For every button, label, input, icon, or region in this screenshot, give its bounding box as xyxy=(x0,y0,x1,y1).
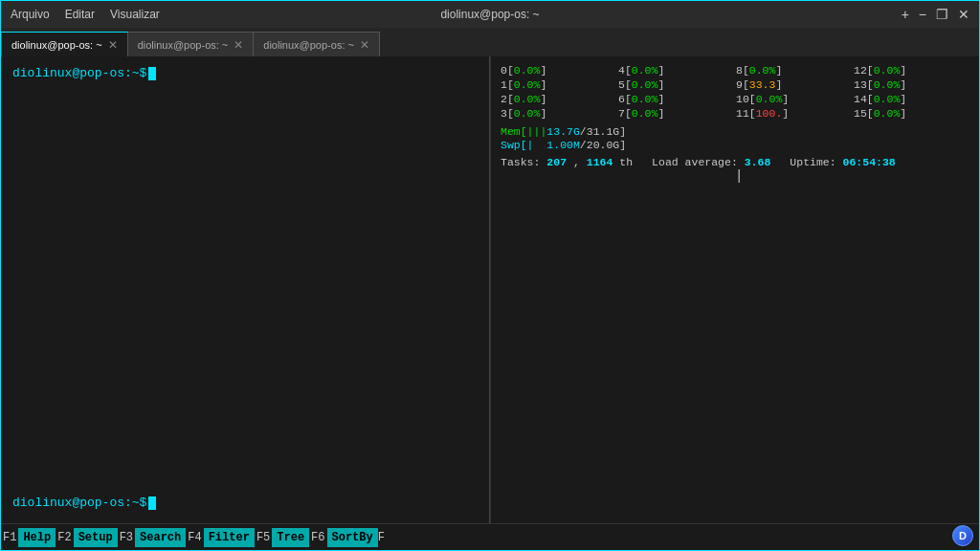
cpu-9: 9[33.3] xyxy=(736,78,852,91)
fkey-f6[interactable]: F6 SortBy xyxy=(309,524,378,550)
fkey-f4-label: Filter xyxy=(204,528,255,547)
tasks-block: Tasks: 207 , 1164 th xyxy=(501,156,633,168)
fkey-f3-num: F3 xyxy=(118,531,135,544)
cpu-8: 8[0.0%] xyxy=(736,64,852,77)
right-spacer: | xyxy=(501,168,969,523)
dock-icon-letter: D xyxy=(959,530,967,541)
tab-2[interactable]: diolinux@pop-os: ~ ✕ xyxy=(128,32,255,56)
new-tab-button[interactable]: + xyxy=(902,7,909,22)
load-label: Load average: xyxy=(652,156,738,168)
cpu-2: 2[0.0%] xyxy=(501,93,616,105)
swp-used: 1.00M xyxy=(546,139,580,151)
tab-1-label: diolinux@pop-os: ~ xyxy=(11,39,102,51)
fkey-f3-label: Search xyxy=(135,528,186,547)
fkey-f1-num: F1 xyxy=(1,531,18,544)
top-prompt-line: diolinux@pop-os:~$ xyxy=(12,66,478,80)
stats-section: Tasks: 207 , 1164 th Load average: 3.68 … xyxy=(501,156,969,168)
cpu-3: 3[0.0%] xyxy=(501,107,616,120)
menu-editar[interactable]: Editar xyxy=(65,8,95,21)
fkey-f1[interactable]: F1 Help xyxy=(1,524,56,550)
fkey-f2-num: F2 xyxy=(56,531,73,544)
mem-used: 13.7G xyxy=(546,125,580,138)
window-controls: + − ❐ ✕ xyxy=(902,7,969,22)
cpu-14: 14[0.0%] xyxy=(854,93,969,105)
mem-swap-section: Mem [||| 13.7G / 31.1G ] Swp [| 1.00M / … xyxy=(501,125,969,152)
uptime-val: 06:54:38 xyxy=(843,156,896,168)
fkey-f5[interactable]: F5 Tree xyxy=(255,524,309,550)
tab-2-close[interactable]: ✕ xyxy=(234,38,243,52)
mem-bar: [||| xyxy=(521,125,547,138)
cpu-4: 4[0.0%] xyxy=(618,64,734,77)
function-key-bar: F1 Help F2 Setup F3 Search F4 Filter F5 … xyxy=(1,523,979,550)
tasks-label: Tasks: xyxy=(501,156,540,168)
fkey-f6-num: F6 xyxy=(309,531,326,544)
left-terminal-pane[interactable]: diolinux@pop-os:~$ diolinux@pop-os:~$ xyxy=(1,56,489,523)
title-bar: Arquivo Editar Visualizar diolinux@pop-o… xyxy=(1,1,979,28)
cpu-5: 5[0.0%] xyxy=(618,78,734,91)
fkey-f-trailing: F xyxy=(378,531,385,544)
mem-total: 31.1G xyxy=(587,125,620,138)
cpu-1: 1[0.0%] xyxy=(501,78,616,91)
right-htop-pane: 0[0.0%] 4[0.0%] 8[0.0%] 12[0.0%] 1[0.0%]… xyxy=(490,56,979,523)
tasks-unit: th xyxy=(619,156,633,168)
swp-label: Swp xyxy=(501,139,521,151)
swp-line: Swp [| 1.00M / 20.0G ] xyxy=(501,139,969,151)
cpu-grid: 0[0.0%] 4[0.0%] 8[0.0%] 12[0.0%] 1[0.0%]… xyxy=(501,64,969,120)
uptime-label: Uptime: xyxy=(790,156,835,168)
cpu-0: 0[0.0%] xyxy=(501,64,616,77)
tab-3-close[interactable]: ✕ xyxy=(360,38,369,52)
mem-line: Mem [||| 13.7G / 31.1G ] xyxy=(501,125,969,138)
terminal-window: Arquivo Editar Visualizar diolinux@pop-o… xyxy=(0,0,980,551)
tab-3[interactable]: diolinux@pop-os: ~ ✕ xyxy=(254,32,380,56)
fkey-f1-label: Help xyxy=(18,528,56,547)
fkey-f5-num: F5 xyxy=(255,531,272,544)
fkey-f2-label: Setup xyxy=(74,528,118,547)
mem-label: Mem xyxy=(501,125,521,138)
tasks-count: 207 xyxy=(546,156,567,168)
fkey-f2[interactable]: F2 Setup xyxy=(56,524,117,550)
swp-total: 20.0G xyxy=(587,139,620,151)
bottom-prompt-line: diolinux@pop-os:~$ xyxy=(12,496,478,514)
bottom-prompt-text: diolinux@pop-os:~$ xyxy=(12,496,146,510)
tab-1-close[interactable]: ✕ xyxy=(108,38,118,52)
cpu-11: 11[100.] xyxy=(736,107,852,120)
fkey-f6-label: SortBy xyxy=(327,528,378,547)
tasks-threads: 1164 xyxy=(587,156,613,168)
cpu-10: 10[0.0%] xyxy=(736,93,852,105)
maximize-button[interactable]: ❐ xyxy=(936,7,948,22)
uptime-block: Uptime: 06:54:38 xyxy=(790,156,895,168)
fkey-f3[interactable]: F3 Search xyxy=(118,524,187,550)
load-val: 3.68 xyxy=(745,156,771,168)
minimize-button[interactable]: − xyxy=(919,7,926,22)
main-content: diolinux@pop-os:~$ diolinux@pop-os:~$ 0[… xyxy=(1,56,979,523)
menu-arquivo[interactable]: Arquivo xyxy=(11,8,50,21)
cpu-12: 12[0.0%] xyxy=(854,64,969,77)
dock-icon[interactable]: D xyxy=(952,525,973,546)
tab-2-label: diolinux@pop-os: ~ xyxy=(138,39,229,51)
top-prompt-cursor xyxy=(148,67,156,80)
cpu-6: 6[0.0%] xyxy=(618,93,734,105)
window-title: diolinux@pop-os: ~ xyxy=(440,8,539,21)
menu-visualizar[interactable]: Visualizar xyxy=(110,8,160,21)
top-prompt-text: diolinux@pop-os:~$ xyxy=(12,66,146,80)
cpu-15: 15[0.0%] xyxy=(854,107,969,120)
tab-1[interactable]: diolinux@pop-os: ~ ✕ xyxy=(1,32,128,56)
fkey-f5-label: Tree xyxy=(272,528,309,547)
fkey-f4-num: F4 xyxy=(186,531,203,544)
tab-3-label: diolinux@pop-os: ~ xyxy=(263,39,354,51)
tab-bar: diolinux@pop-os: ~ ✕ diolinux@pop-os: ~ … xyxy=(1,28,979,56)
load-block: Load average: 3.68 xyxy=(652,156,770,168)
left-empty-space xyxy=(12,84,478,496)
cpu-13: 13[0.0%] xyxy=(854,78,969,91)
bottom-prompt-cursor xyxy=(148,496,156,510)
menu-bar: Arquivo Editar Visualizar xyxy=(11,8,160,21)
cpu-7: 7[0.0%] xyxy=(618,107,734,120)
close-button[interactable]: ✕ xyxy=(958,7,969,22)
htop-cursor: | xyxy=(735,168,743,184)
fkey-f4[interactable]: F4 Filter xyxy=(186,524,255,550)
